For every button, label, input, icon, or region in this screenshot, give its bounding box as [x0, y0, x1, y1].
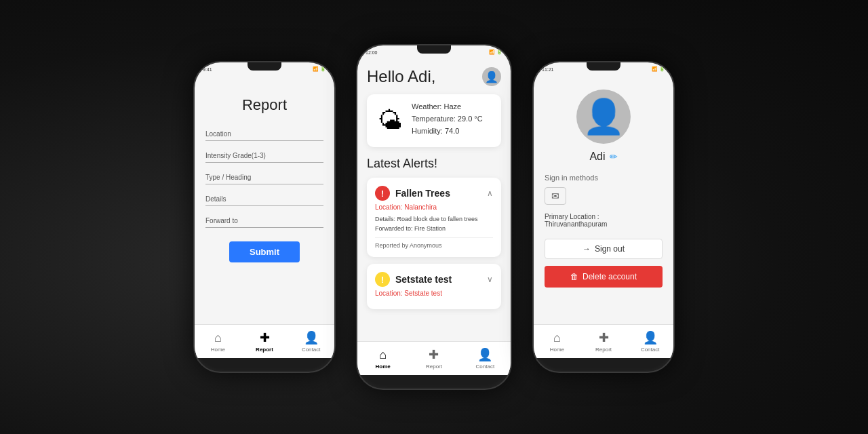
contact-icon-left: 👤 — [304, 330, 319, 345]
alert-icon-red-1: ! — [375, 186, 390, 201]
status-time-right: 11:21 — [542, 67, 554, 72]
delete-icon: 🗑 — [570, 272, 578, 281]
report-title: Report — [205, 96, 323, 114]
alert-reported-1: Reported by Anonymous — [375, 237, 493, 249]
phone-center: 12:00 📶 🔋 Hello Adi, 👤 🌤 Weather: Haze T… — [356, 44, 512, 390]
weather-info: Weather: Haze Temperature: 29.0 °C Humid… — [412, 102, 490, 139]
status-icons-center: 📶 🔋 — [489, 50, 502, 55]
avatar: 👤 — [576, 90, 631, 144]
contact-label-center: Contact — [476, 363, 495, 370]
home-label-left: Home — [211, 347, 225, 353]
profile-name-row: Adi ✏ — [589, 151, 617, 163]
report-label-right: Report — [595, 347, 612, 353]
screen-right: 👤 Adi ✏ Sign in methods ✉ Primary Locati… — [534, 76, 673, 358]
nav-contact-right[interactable]: 👤 Contact — [627, 330, 673, 353]
contact-label-right: Contact — [641, 347, 660, 353]
report-screen: Report Location Intensity Grade(1-3) Typ… — [195, 76, 334, 324]
phone-right: 11:21 📶 🔋 👤 Adi ✏ Sign in methods ✉ Prim… — [532, 61, 675, 373]
alert-header-2: ! Setstate test ∨ — [375, 272, 493, 287]
field-intensity-underline — [205, 162, 323, 163]
sign-out-icon: → — [583, 244, 591, 254]
home-label-center: Home — [376, 363, 391, 370]
home-icon-center: ⌂ — [379, 348, 387, 362]
phone-left: 9:41 📶 🔋 Report Location Intensity Grade… — [193, 61, 336, 373]
primary-location: Primary Location : Thiruvananthapuram — [545, 213, 663, 228]
nav-home-right[interactable]: ⌂ Home — [534, 331, 580, 353]
field-forward-underline — [205, 227, 323, 228]
sign-out-label: Sign out — [595, 244, 625, 254]
status-icons-right: 📶 🔋 — [652, 66, 665, 72]
nav-report-center[interactable]: ✚ Report — [408, 347, 459, 370]
field-forward-label: Forward to — [205, 217, 323, 224]
notch-left — [248, 62, 281, 71]
report-label-center: Report — [426, 363, 442, 370]
alert-chevron-1: ∧ — [487, 189, 493, 198]
user-avatar-icon[interactable]: 👤 — [482, 67, 501, 86]
alerts-title: Latest Alerts! — [367, 157, 501, 171]
nav-report-right[interactable]: ✚ Report — [580, 330, 627, 353]
alert-header-1: ! Fallen Trees ∧ — [375, 186, 493, 201]
hello-header: Hello Adi, 👤 — [367, 67, 501, 86]
notch-center — [417, 45, 451, 54]
weather-condition: Weather: Haze — [412, 102, 490, 111]
nav-home-left[interactable]: ⌂ Home — [195, 331, 241, 353]
status-time-center: 12:00 — [366, 50, 378, 55]
status-time-left: 9:41 — [203, 67, 212, 72]
status-icons-left: 📶 🔋 — [313, 66, 326, 72]
field-intensity: Intensity Grade(1-3) — [205, 152, 323, 163]
report-icon-right: ✚ — [599, 330, 609, 345]
notch-right — [587, 62, 620, 71]
nav-home-center[interactable]: ⌂ Home — [357, 348, 408, 370]
email-icon-box: ✉ — [545, 187, 566, 205]
field-location-underline — [205, 140, 323, 141]
field-details: Details — [205, 195, 323, 206]
alert-location-1: Location: Nalanchira — [375, 203, 493, 211]
profile-screen: 👤 Adi ✏ Sign in methods ✉ Primary Locati… — [534, 76, 673, 324]
alert-chevron-2: ∨ — [487, 275, 493, 284]
field-type-underline — [205, 184, 323, 184]
delete-account-button[interactable]: 🗑 Delete account — [545, 266, 663, 288]
delete-label: Delete account — [583, 272, 637, 281]
contact-label-left: Contact — [302, 347, 321, 353]
contact-icon-right: 👤 — [643, 330, 658, 345]
hello-text: Hello Adi, — [367, 67, 435, 86]
alert-card-fallen-trees[interactable]: ! Fallen Trees ∧ Location: Nalanchira De… — [367, 178, 501, 257]
weather-card: 🌤 Weather: Haze Temperature: 29.0 °C Hum… — [367, 94, 501, 147]
alert-name-2: Setstate test — [395, 274, 452, 285]
field-type-label: Type / Heading — [205, 174, 323, 181]
home-screen-content: Hello Adi, 👤 🌤 Weather: Haze Temperature… — [357, 59, 511, 341]
report-label-left: Report — [256, 347, 273, 353]
alert-icon-yellow-2: ! — [375, 272, 390, 287]
profile-name: Adi — [589, 151, 605, 163]
alert-location-2: Location: Setstate test — [375, 290, 493, 297]
alert-details-1: Details: Road block due to fallen treesF… — [375, 215, 493, 233]
bottom-nav-right: ⌂ Home ✚ Report 👤 Contact — [534, 324, 673, 358]
field-details-underline — [205, 205, 323, 206]
signin-methods-label: Sign in methods — [545, 174, 598, 182]
bottom-nav-left: ⌂ Home ✚ Report 👤 Contact — [195, 324, 334, 358]
home-icon-left: ⌂ — [214, 331, 222, 345]
bottom-nav-center: ⌂ Home ✚ Report 👤 Contact — [357, 341, 511, 375]
nav-report-left[interactable]: ✚ Report — [241, 330, 288, 353]
submit-button[interactable]: Submit — [229, 241, 300, 262]
weather-emoji: 🌤 — [378, 106, 402, 135]
field-location: Location — [205, 130, 323, 141]
sign-out-button[interactable]: → Sign out — [545, 239, 663, 259]
screen-left: Report Location Intensity Grade(1-3) Typ… — [195, 76, 334, 358]
home-label-right: Home — [550, 347, 564, 353]
contact-icon-center: 👤 — [477, 347, 492, 362]
edit-icon[interactable]: ✏ — [610, 151, 618, 162]
phones-container: 9:41 📶 🔋 Report Location Intensity Grade… — [193, 44, 675, 390]
alert-name-1: Fallen Trees — [395, 188, 450, 199]
field-location-label: Location — [205, 130, 323, 138]
email-icon: ✉ — [551, 191, 559, 201]
screen-center: Hello Adi, 👤 🌤 Weather: Haze Temperature… — [357, 59, 511, 375]
field-intensity-label: Intensity Grade(1-3) — [205, 152, 323, 159]
nav-contact-left[interactable]: 👤 Contact — [288, 330, 334, 353]
avatar-icon: 👤 — [583, 97, 625, 136]
nav-contact-center[interactable]: 👤 Contact — [460, 347, 511, 370]
weather-humidity: Humidity: 74.0 — [412, 127, 490, 135]
weather-temperature: Temperature: 29.0 °C — [412, 115, 490, 123]
field-type: Type / Heading — [205, 174, 323, 184]
alert-card-setstate[interactable]: ! Setstate test ∨ Location: Setstate tes… — [367, 264, 501, 309]
